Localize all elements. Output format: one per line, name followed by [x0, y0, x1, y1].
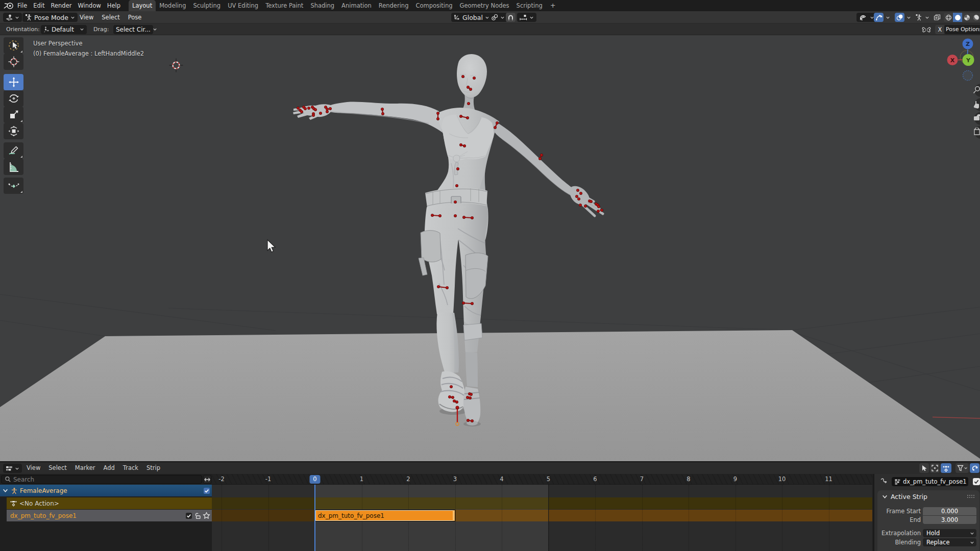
search-input[interactable]: Search: [1, 475, 202, 484]
pose-bone-dot[interactable]: [319, 112, 322, 114]
channel-track-row[interactable]: dx_pm_tuto_fv_pose1: [7, 510, 212, 521]
pose-bone-dot[interactable]: [438, 214, 441, 217]
checkbox-checked-icon[interactable]: [203, 487, 210, 494]
nla-timeline[interactable]: dx_pm_tuto_fv_pose1 -2-101234567891011 0: [212, 474, 872, 551]
pose-bone-dot[interactable]: [575, 195, 578, 197]
nla-auto-snap-button[interactable]: [941, 463, 951, 473]
pose-bone-dot[interactable]: [584, 205, 586, 207]
pose-bone-dot[interactable]: [456, 406, 459, 409]
pose-bone-dot[interactable]: [467, 102, 470, 105]
drag-setting-dropdown[interactable]: Select Cir...: [113, 25, 153, 34]
topbar-menu[interactable]: Render: [48, 0, 75, 11]
viewport-menu[interactable]: View: [76, 14, 97, 21]
viewport-menu[interactable]: Select: [97, 14, 124, 21]
pose-bone-dot[interactable]: [494, 126, 496, 129]
pose-bone-dot[interactable]: [451, 396, 454, 398]
pose-bone-dot[interactable]: [597, 205, 600, 208]
tweak-tool-button[interactable]: [4, 37, 23, 54]
nla-menu[interactable]: Strip: [142, 462, 164, 474]
topbar-menu[interactable]: Edit: [30, 0, 47, 11]
show-overlays-toggle[interactable]: [895, 13, 904, 22]
channel-expand-button[interactable]: [203, 475, 211, 484]
transform-tool-button[interactable]: [4, 123, 23, 139]
3d-viewport[interactable]: Z X Y: [0, 35, 980, 461]
workspace-tab[interactable]: Layout: [129, 0, 156, 11]
cursor-tool-button[interactable]: [4, 54, 23, 70]
channel-object-row[interactable]: FemaleAverage: [0, 485, 212, 496]
shading-rendered-button[interactable]: [971, 13, 980, 22]
pose-options-button[interactable]: Pose Options: [944, 25, 980, 34]
pose-bone-dot[interactable]: [431, 214, 433, 216]
topbar-menu[interactable]: Window: [75, 0, 104, 11]
workspace-tab[interactable]: Rendering: [375, 0, 412, 11]
pose-bone-dot[interactable]: [466, 396, 469, 398]
checkbox-checked-icon[interactable]: [185, 512, 192, 519]
pose-bone-dot[interactable]: [456, 167, 459, 170]
scale-tool-button[interactable]: [4, 107, 23, 123]
nla-filter-button[interactable]: [955, 463, 969, 473]
pose-bone-dot[interactable]: [469, 396, 471, 399]
pose-bone-dot[interactable]: [473, 77, 475, 79]
pose-bone-dot[interactable]: [538, 157, 541, 160]
pose-bone-dot[interactable]: [590, 200, 592, 203]
shading-solid-button[interactable]: [953, 13, 962, 22]
pose-bone-dot[interactable]: [471, 216, 473, 219]
collapse-chevron-icon[interactable]: [3, 488, 8, 493]
pose-bone-dot[interactable]: [462, 216, 465, 218]
measure-tool-button[interactable]: [4, 159, 23, 175]
nla-menu[interactable]: Track: [119, 462, 142, 474]
pose-bone-dot[interactable]: [577, 197, 580, 200]
pose-bone-dot[interactable]: [462, 302, 464, 304]
pose-bone-dot[interactable]: [436, 117, 439, 120]
viewport-menu[interactable]: Pose: [124, 14, 146, 21]
pose-bone-dot[interactable]: [463, 144, 465, 147]
workspace-tab[interactable]: Compositing: [412, 0, 456, 11]
nla-menu[interactable]: Marker: [71, 462, 100, 474]
pose-bone-dot[interactable]: [576, 189, 579, 191]
pose-breakdowner-tool-button[interactable]: [4, 178, 23, 194]
toggle-xray-button[interactable]: [932, 13, 942, 22]
shading-wireframe-button[interactable]: [944, 13, 953, 22]
annotate-tool-button[interactable]: [4, 142, 23, 159]
pose-bone-dot[interactable]: [448, 395, 451, 398]
workspace-tab[interactable]: Scripting: [513, 0, 546, 11]
move-tool-button[interactable]: [4, 74, 23, 90]
pose-bone-dot[interactable]: [470, 393, 472, 395]
pose-bone-dot[interactable]: [437, 285, 439, 288]
pose-bone-dot[interactable]: [454, 214, 456, 217]
unlock-icon[interactable]: [194, 512, 201, 519]
pose-bone-dot[interactable]: [597, 210, 599, 212]
nla-box-select-button[interactable]: [930, 463, 940, 473]
pose-bone-dot[interactable]: [600, 209, 603, 211]
pose-bone-dot[interactable]: [579, 192, 582, 194]
snap-toggle[interactable]: [506, 13, 516, 22]
pose-bone-dot[interactable]: [459, 115, 462, 117]
pose-bone-dot[interactable]: [455, 400, 458, 403]
pose-bone-dot[interactable]: [381, 108, 383, 110]
pose-bone-dot[interactable]: [455, 184, 458, 187]
rotate-tool-button[interactable]: [4, 90, 23, 107]
star-icon[interactable]: [203, 512, 210, 519]
pose-bone-dot[interactable]: [453, 399, 455, 402]
pose-bone-dot[interactable]: [314, 108, 316, 111]
nla-overlay-button[interactable]: [970, 463, 979, 473]
transform-orientation-selector[interactable]: Global: [451, 13, 492, 22]
topbar-menu[interactable]: Help: [104, 0, 124, 11]
pose-bone-dot[interactable]: [300, 110, 303, 113]
nla-editor-type-button[interactable]: [3, 464, 22, 473]
pose-bone-dot[interactable]: [471, 419, 473, 422]
pose-bone-dot[interactable]: [307, 107, 310, 109]
workspace-tab[interactable]: Shading: [307, 0, 338, 11]
end-field[interactable]: 3.000: [923, 516, 976, 524]
pose-bone-dot[interactable]: [540, 154, 543, 156]
pose-bone-dot[interactable]: [436, 112, 439, 114]
pose-bone-dot[interactable]: [467, 419, 469, 421]
topbar-menu[interactable]: File: [14, 0, 30, 11]
extrapolation-field[interactable]: Hold: [923, 529, 976, 537]
current-frame-badge[interactable]: 0: [310, 475, 321, 484]
workspace-tab[interactable]: Sculpting: [189, 0, 224, 11]
pose-bone-dot[interactable]: [496, 121, 498, 124]
chevron-down-icon[interactable]: [886, 15, 890, 20]
panel-header[interactable]: Active Strip: [877, 490, 979, 503]
pose-bone-dot[interactable]: [454, 201, 456, 203]
